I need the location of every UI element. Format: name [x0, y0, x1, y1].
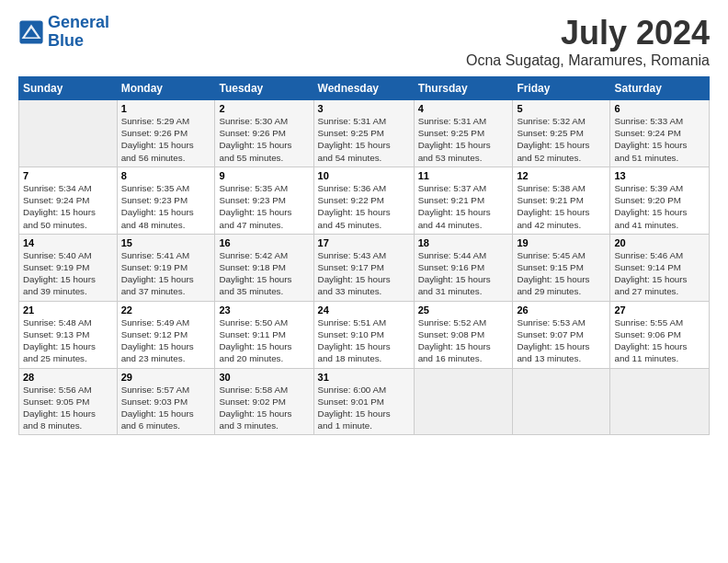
- day-number: 28: [23, 372, 113, 383]
- header-tuesday: Tuesday: [215, 77, 313, 100]
- day-cell: 24Sunrise: 5:51 AM Sunset: 9:10 PM Dayli…: [313, 301, 414, 368]
- day-cell: [513, 368, 610, 435]
- day-cell: 6Sunrise: 5:33 AM Sunset: 9:24 PM Daylig…: [610, 100, 710, 167]
- logo-line2: Blue: [48, 31, 84, 50]
- day-cell: 16Sunrise: 5:42 AM Sunset: 9:18 PM Dayli…: [215, 234, 313, 301]
- day-info: Sunrise: 5:31 AM Sunset: 9:25 PM Dayligh…: [318, 115, 410, 164]
- day-number: 7: [23, 170, 113, 181]
- day-cell: 2Sunrise: 5:30 AM Sunset: 9:26 PM Daylig…: [215, 100, 313, 167]
- day-info: Sunrise: 5:30 AM Sunset: 9:26 PM Dayligh…: [219, 115, 309, 164]
- day-info: Sunrise: 5:52 AM Sunset: 9:08 PM Dayligh…: [418, 316, 509, 365]
- day-number: 26: [517, 304, 606, 316]
- day-cell: 3Sunrise: 5:31 AM Sunset: 9:25 PM Daylig…: [313, 100, 414, 167]
- header-sunday: Sunday: [19, 77, 118, 100]
- day-info: Sunrise: 5:35 AM Sunset: 9:23 PM Dayligh…: [121, 182, 211, 231]
- logo-icon: [18, 19, 44, 45]
- header-saturday: Saturday: [610, 77, 710, 100]
- day-info: Sunrise: 5:33 AM Sunset: 9:24 PM Dayligh…: [614, 115, 705, 164]
- week-row-3: 14Sunrise: 5:40 AM Sunset: 9:19 PM Dayli…: [19, 234, 710, 301]
- day-cell: 21Sunrise: 5:48 AM Sunset: 9:13 PM Dayli…: [19, 301, 118, 368]
- day-number: 18: [418, 237, 509, 248]
- day-info: Sunrise: 5:29 AM Sunset: 9:26 PM Dayligh…: [121, 115, 211, 164]
- day-number: 17: [318, 237, 410, 248]
- day-info: Sunrise: 5:41 AM Sunset: 9:19 PM Dayligh…: [121, 249, 211, 298]
- day-info: Sunrise: 6:00 AM Sunset: 9:01 PM Dayligh…: [318, 384, 410, 432]
- day-info: Sunrise: 5:46 AM Sunset: 9:14 PM Dayligh…: [614, 249, 705, 298]
- main-title: July 2024: [466, 14, 710, 52]
- subtitle: Ocna Sugatag, Maramures, Romania: [466, 52, 710, 69]
- header-row: SundayMondayTuesdayWednesdayThursdayFrid…: [19, 77, 710, 100]
- day-info: Sunrise: 5:53 AM Sunset: 9:07 PM Dayligh…: [517, 316, 606, 365]
- day-number: 23: [219, 304, 309, 316]
- day-number: 5: [517, 103, 606, 114]
- day-number: 20: [614, 237, 705, 248]
- day-cell: 18Sunrise: 5:44 AM Sunset: 9:16 PM Dayli…: [414, 234, 513, 301]
- day-cell: 4Sunrise: 5:31 AM Sunset: 9:25 PM Daylig…: [414, 100, 513, 167]
- day-number: 19: [517, 237, 606, 248]
- logo-text: General Blue: [48, 14, 109, 51]
- day-number: 14: [23, 237, 113, 248]
- day-info: Sunrise: 5:48 AM Sunset: 9:13 PM Dayligh…: [23, 316, 113, 365]
- day-number: 1: [121, 103, 211, 114]
- day-number: 16: [219, 237, 309, 248]
- day-info: Sunrise: 5:49 AM Sunset: 9:12 PM Dayligh…: [121, 316, 211, 365]
- day-info: Sunrise: 5:35 AM Sunset: 9:23 PM Dayligh…: [219, 182, 309, 231]
- day-info: Sunrise: 5:37 AM Sunset: 9:21 PM Dayligh…: [418, 182, 509, 231]
- title-block: July 2024 Ocna Sugatag, Maramures, Roman…: [466, 14, 710, 69]
- page: General Blue July 2024 Ocna Sugatag, Mar…: [0, 0, 728, 444]
- day-cell: 20Sunrise: 5:46 AM Sunset: 9:14 PM Dayli…: [610, 234, 710, 301]
- logo: General Blue: [18, 14, 109, 51]
- day-cell: 28Sunrise: 5:56 AM Sunset: 9:05 PM Dayli…: [19, 368, 118, 435]
- day-info: Sunrise: 5:34 AM Sunset: 9:24 PM Dayligh…: [23, 182, 113, 231]
- day-cell: 29Sunrise: 5:57 AM Sunset: 9:03 PM Dayli…: [117, 368, 215, 435]
- day-cell: 7Sunrise: 5:34 AM Sunset: 9:24 PM Daylig…: [19, 167, 118, 234]
- day-cell: 17Sunrise: 5:43 AM Sunset: 9:17 PM Dayli…: [313, 234, 414, 301]
- day-info: Sunrise: 5:51 AM Sunset: 9:10 PM Dayligh…: [318, 316, 410, 365]
- day-number: 8: [121, 170, 211, 181]
- day-number: 13: [614, 170, 705, 181]
- day-cell: 25Sunrise: 5:52 AM Sunset: 9:08 PM Dayli…: [414, 301, 513, 368]
- day-cell: 19Sunrise: 5:45 AM Sunset: 9:15 PM Dayli…: [513, 234, 610, 301]
- day-number: 6: [614, 103, 705, 114]
- day-info: Sunrise: 5:36 AM Sunset: 9:22 PM Dayligh…: [318, 182, 410, 231]
- day-info: Sunrise: 5:45 AM Sunset: 9:15 PM Dayligh…: [517, 249, 606, 298]
- day-number: 27: [614, 304, 705, 316]
- day-info: Sunrise: 5:40 AM Sunset: 9:19 PM Dayligh…: [23, 249, 113, 298]
- day-info: Sunrise: 5:58 AM Sunset: 9:02 PM Dayligh…: [219, 384, 309, 432]
- day-cell: 30Sunrise: 5:58 AM Sunset: 9:02 PM Dayli…: [215, 368, 313, 435]
- day-number: 12: [517, 170, 606, 181]
- day-cell: 13Sunrise: 5:39 AM Sunset: 9:20 PM Dayli…: [610, 167, 710, 234]
- day-cell: 12Sunrise: 5:38 AM Sunset: 9:21 PM Dayli…: [513, 167, 610, 234]
- day-info: Sunrise: 5:31 AM Sunset: 9:25 PM Dayligh…: [418, 115, 509, 164]
- day-cell: 26Sunrise: 5:53 AM Sunset: 9:07 PM Dayli…: [513, 301, 610, 368]
- day-number: 24: [318, 304, 410, 316]
- day-cell: [19, 100, 118, 167]
- header-monday: Monday: [117, 77, 215, 100]
- header-friday: Friday: [513, 77, 610, 100]
- day-number: 29: [121, 372, 211, 383]
- week-row-5: 28Sunrise: 5:56 AM Sunset: 9:05 PM Dayli…: [19, 368, 710, 435]
- day-cell: 27Sunrise: 5:55 AM Sunset: 9:06 PM Dayli…: [610, 301, 710, 368]
- day-cell: 9Sunrise: 5:35 AM Sunset: 9:23 PM Daylig…: [215, 167, 313, 234]
- day-number: 9: [219, 170, 309, 181]
- day-number: 30: [219, 372, 309, 383]
- day-number: 3: [318, 103, 410, 114]
- day-number: 4: [418, 103, 509, 114]
- day-number: 21: [23, 304, 113, 316]
- week-row-1: 1Sunrise: 5:29 AM Sunset: 9:26 PM Daylig…: [19, 100, 710, 167]
- day-cell: 8Sunrise: 5:35 AM Sunset: 9:23 PM Daylig…: [117, 167, 215, 234]
- day-cell: 31Sunrise: 6:00 AM Sunset: 9:01 PM Dayli…: [313, 368, 414, 435]
- day-info: Sunrise: 5:55 AM Sunset: 9:06 PM Dayligh…: [614, 316, 705, 365]
- day-number: 11: [418, 170, 509, 181]
- day-cell: [610, 368, 710, 435]
- day-cell: 1Sunrise: 5:29 AM Sunset: 9:26 PM Daylig…: [117, 100, 215, 167]
- day-cell: 5Sunrise: 5:32 AM Sunset: 9:25 PM Daylig…: [513, 100, 610, 167]
- day-cell: [414, 368, 513, 435]
- day-info: Sunrise: 5:43 AM Sunset: 9:17 PM Dayligh…: [318, 249, 410, 298]
- day-number: 25: [418, 304, 509, 316]
- day-cell: 14Sunrise: 5:40 AM Sunset: 9:19 PM Dayli…: [19, 234, 118, 301]
- day-number: 31: [318, 372, 410, 383]
- day-info: Sunrise: 5:56 AM Sunset: 9:05 PM Dayligh…: [23, 384, 113, 432]
- day-info: Sunrise: 5:38 AM Sunset: 9:21 PM Dayligh…: [517, 182, 606, 231]
- day-number: 10: [318, 170, 410, 181]
